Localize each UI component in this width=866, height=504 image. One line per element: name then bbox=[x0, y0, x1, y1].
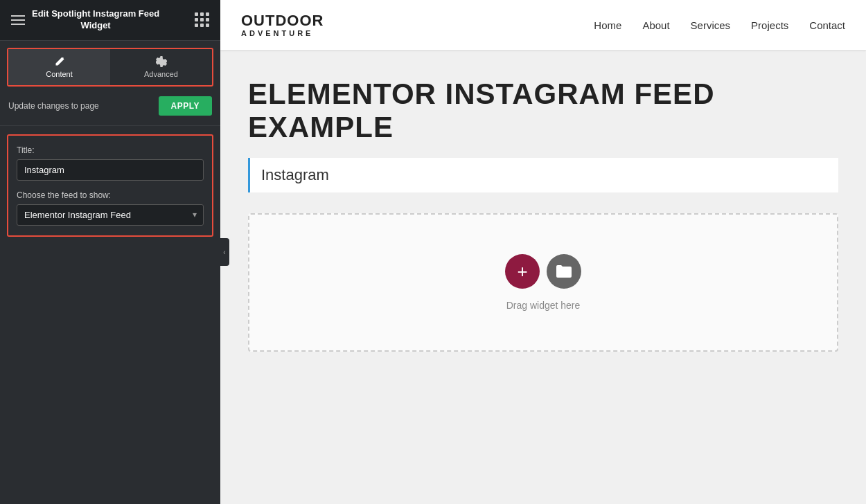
right-content: OUTDOOR ADVENTURE Home About Services Pr… bbox=[220, 0, 866, 504]
feed-select[interactable]: Elementor Instagram Feed Custom Feed bbox=[17, 204, 204, 226]
nav-contact[interactable]: Contact bbox=[809, 19, 845, 31]
update-label: Update changes to page bbox=[8, 101, 99, 111]
hamburger-icon[interactable] bbox=[11, 15, 25, 25]
add-widget-button[interactable]: + bbox=[505, 254, 540, 289]
nav-links: Home About Services Projects Contact bbox=[594, 19, 845, 31]
panel-title: Edit Spotlight Instagram Feed Widget bbox=[32, 8, 159, 32]
left-panel: Edit Spotlight Instagram Feed Widget Con… bbox=[0, 0, 220, 504]
apply-button[interactable]: APPLY bbox=[159, 96, 212, 116]
folder-button[interactable] bbox=[547, 254, 581, 289]
feed-select-wrapper: Elementor Instagram Feed Custom Feed ▾ bbox=[17, 204, 204, 226]
gear-icon bbox=[156, 56, 167, 67]
instagram-title-text: Instagram bbox=[261, 166, 329, 183]
content-section: Title: Choose the feed to show: Elemento… bbox=[7, 134, 213, 237]
folder-icon bbox=[556, 265, 572, 278]
nav-home[interactable]: Home bbox=[594, 19, 621, 31]
brand: OUTDOOR ADVENTURE bbox=[241, 12, 324, 37]
title-input[interactable] bbox=[17, 159, 204, 181]
panel-header: Edit Spotlight Instagram Feed Widget bbox=[0, 0, 220, 41]
nav-services[interactable]: Services bbox=[691, 19, 731, 31]
dropzone-buttons: + bbox=[505, 254, 581, 289]
nav-about[interactable]: About bbox=[642, 19, 669, 31]
feed-field-label: Choose the feed to show: bbox=[17, 190, 204, 200]
title-field-label: Title: bbox=[17, 145, 204, 155]
update-row: Update changes to page APPLY bbox=[0, 87, 220, 126]
widget-dropzone: + Drag widget here bbox=[248, 213, 838, 352]
pencil-icon bbox=[54, 56, 65, 67]
nav-projects[interactable]: Projects bbox=[751, 19, 788, 31]
page-heading: ELEMENTOR INSTAGRAM FEED EXAMPLE bbox=[248, 78, 838, 144]
tab-content[interactable]: Content bbox=[8, 49, 110, 85]
instagram-title-box: Instagram bbox=[248, 158, 838, 192]
grid-icon[interactable] bbox=[195, 12, 209, 27]
tab-advanced[interactable]: Advanced bbox=[110, 49, 212, 85]
main-content: ELEMENTOR INSTAGRAM FEED EXAMPLE Instagr… bbox=[220, 50, 866, 400]
panel-header-left: Edit Spotlight Instagram Feed Widget bbox=[11, 8, 159, 32]
collapse-handle[interactable]: ‹ bbox=[220, 238, 229, 266]
tabs-row: Content Advanced bbox=[7, 48, 213, 87]
drag-text: Drag widget here bbox=[506, 300, 581, 311]
nav-bar: OUTDOOR ADVENTURE Home About Services Pr… bbox=[220, 0, 866, 50]
